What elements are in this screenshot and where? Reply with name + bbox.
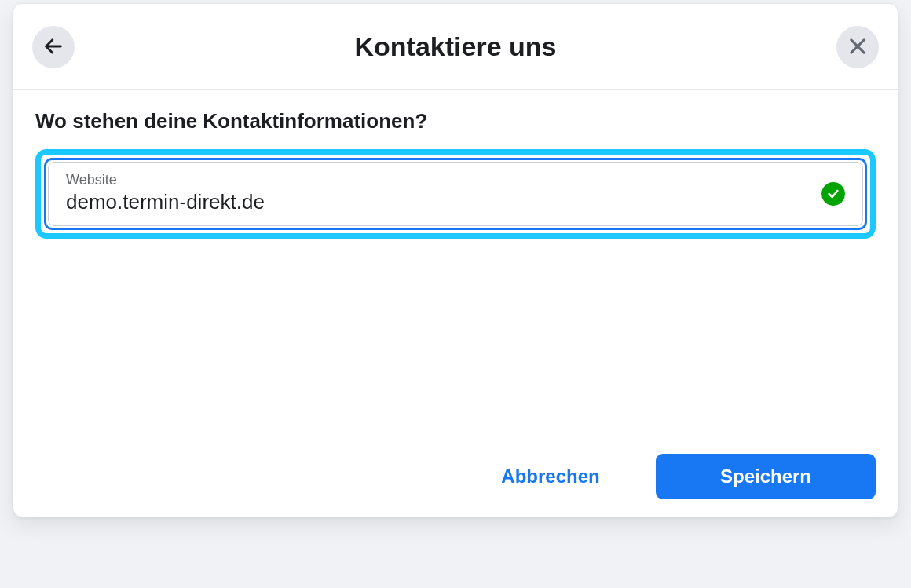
back-button[interactable]	[32, 26, 75, 68]
cancel-button[interactable]: Abbrechen	[456, 454, 645, 499]
close-button[interactable]	[836, 26, 879, 68]
website-field-label: Website	[66, 172, 799, 188]
dialog-header: Kontaktiere uns	[13, 4, 898, 90]
contact-dialog: Kontaktiere uns Wo stehen deine Kontakti…	[13, 3, 898, 517]
close-icon	[847, 35, 869, 60]
checkmark-icon	[821, 182, 845, 206]
dialog-body: Wo stehen deine Kontaktinformationen? We…	[13, 90, 898, 436]
field-highlight: Website	[35, 149, 876, 239]
website-input[interactable]	[66, 190, 799, 214]
dialog-title: Kontaktiere uns	[355, 31, 557, 62]
arrow-left-icon	[42, 35, 64, 60]
field-focus-ring: Website	[44, 158, 867, 230]
dialog-footer: Abbrechen Speichern	[13, 436, 898, 517]
website-field-wrap[interactable]: Website	[48, 162, 863, 226]
section-label: Wo stehen deine Kontaktinformationen?	[35, 109, 876, 133]
save-button[interactable]: Speichern	[656, 454, 876, 499]
